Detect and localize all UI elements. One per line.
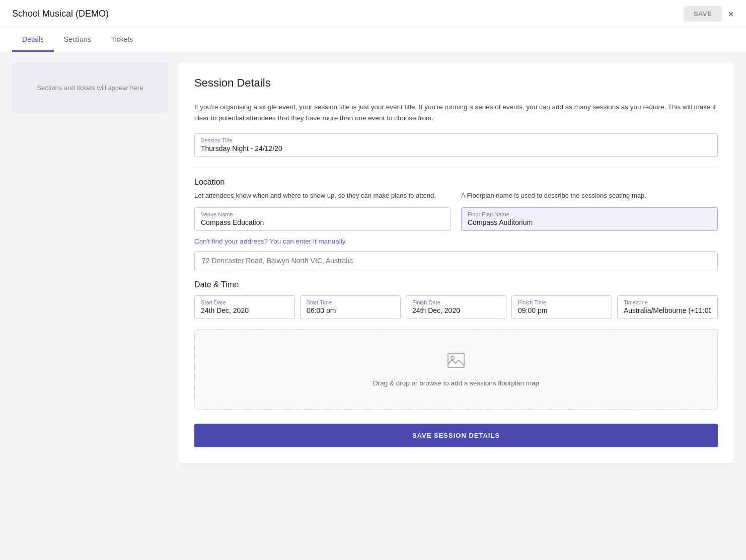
app-header: School Musical (DEMO) SAVE × [0, 0, 746, 28]
tab-details[interactable]: Details [12, 28, 54, 52]
sidebar-placeholder: Sections and tickets will appear here [12, 62, 168, 113]
timezone-field: Timezone Australia/Melbourne (+11:00) [617, 295, 718, 319]
tab-sections[interactable]: Sections [54, 28, 101, 52]
floorplan-desc-text: A Floorplan name is used to describe the… [461, 191, 718, 201]
session-details-title: Session Details [194, 76, 718, 90]
svg-point-1 [451, 356, 454, 359]
session-title-wrapper: Session Title [194, 133, 718, 157]
datetime-section: Date & Time Start Date Start Time [194, 280, 718, 319]
start-date-input[interactable] [201, 306, 288, 314]
close-icon: × [728, 9, 734, 20]
start-date-field: Start Date [194, 295, 295, 319]
svg-rect-0 [448, 353, 464, 367]
sidebar-placeholder-text: Sections and tickets will appear here [37, 84, 143, 92]
address-input[interactable] [194, 251, 718, 270]
session-title-group: Session Title [194, 133, 718, 157]
floorplan-image-icon [447, 351, 465, 373]
finish-date-wrapper: Finish Date [406, 295, 506, 319]
timezone-label: Timezone [624, 300, 711, 305]
location-section: Location Let attendees know when and whe… [194, 178, 718, 270]
session-description: If you're organising a single event, you… [194, 102, 718, 123]
start-time-field: Start Time [300, 295, 401, 319]
floor-plan-label: Floor Plan Name [468, 212, 711, 217]
finish-date-input[interactable] [412, 306, 500, 314]
content-area: Session Details If you're organising a s… [178, 62, 734, 547]
location-desc-text: Let attendees know when and where to sho… [194, 191, 451, 201]
venue-name-wrapper: Venue Name [194, 207, 451, 231]
venue-name-label: Venue Name [201, 212, 444, 217]
datetime-grid: Start Date Start Time Finish Date [194, 295, 718, 319]
session-card: Session Details If you're organising a s… [178, 62, 734, 463]
header-actions: SAVE × [684, 6, 734, 22]
location-grid: Let attendees know when and where to sho… [194, 191, 718, 231]
finish-time-wrapper: Finish Time [511, 295, 612, 319]
save-session-button[interactable]: SAVE SESSION DETAILS [194, 424, 718, 447]
start-time-wrapper: Start Time [300, 295, 401, 319]
sidebar: Sections and tickets will appear here [12, 62, 168, 547]
tabs-bar: Details Sections Tickets [0, 28, 746, 52]
main-layout: Sections and tickets will appear here Se… [0, 52, 746, 557]
start-date-wrapper: Start Date [194, 295, 295, 319]
floorplan-drop-zone[interactable]: Drag & drop or browse to add a sessions … [194, 329, 718, 410]
datetime-title: Date & Time [194, 280, 718, 289]
start-time-label: Start Time [307, 300, 394, 305]
tab-tickets[interactable]: Tickets [101, 28, 143, 52]
floor-plan-input[interactable] [468, 218, 711, 226]
finish-date-field: Finish Date [406, 295, 506, 319]
floor-plan-wrapper: Floor Plan Name [461, 207, 718, 231]
finish-date-label: Finish Date [412, 300, 500, 305]
finish-time-field: Finish Time [511, 295, 612, 319]
start-time-input[interactable] [307, 306, 394, 314]
timezone-select[interactable]: Australia/Melbourne (+11:00) [624, 306, 711, 314]
finish-time-label: Finish Time [518, 300, 606, 305]
timezone-wrapper: Timezone Australia/Melbourne (+11:00) [617, 295, 718, 319]
venue-name-input[interactable] [201, 218, 444, 226]
venue-block: Let attendees know when and where to sho… [194, 191, 451, 231]
session-title-input[interactable] [201, 144, 711, 152]
session-title-label: Session Title [201, 138, 711, 143]
app-title: School Musical (DEMO) [12, 9, 109, 19]
floorplan-block: A Floorplan name is used to describe the… [461, 191, 718, 231]
cant-find-address-link[interactable]: Can't find your address? You can enter i… [194, 237, 347, 245]
location-title: Location [194, 178, 718, 187]
start-date-label: Start Date [201, 300, 288, 305]
close-button[interactable]: × [728, 9, 734, 19]
save-button[interactable]: SAVE [684, 6, 722, 22]
finish-time-input[interactable] [518, 306, 606, 314]
floorplan-drop-text: Drag & drop or browse to add a sessions … [373, 379, 539, 387]
